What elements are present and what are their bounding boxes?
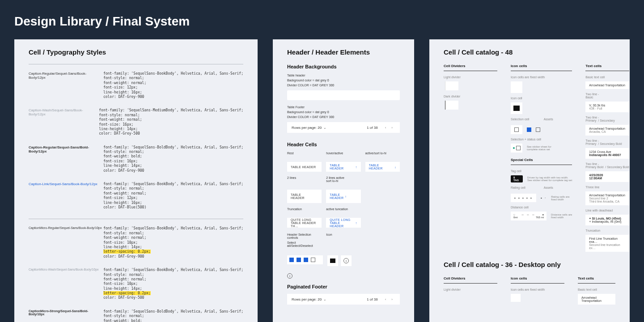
typo-row: Caption-Regular/Sequel-Sans/Bold-Body/12… <box>29 145 243 173</box>
col-label: active/sort lo-hi <box>365 152 400 155</box>
th-truncated-active[interactable]: QUITE LONG TABLE HEADER↑ <box>326 218 360 228</box>
col-title: Cell Dividers <box>444 276 497 280</box>
truncation-cells: QUITE LONG TABLE HEADER TH… QUITE LONG T… <box>287 218 400 228</box>
checkbox-off <box>536 127 540 132</box>
th-hover[interactable]: TABLE HEADER↑ <box>326 162 360 172</box>
selection-checkboxes <box>287 255 323 264</box>
page-info: 1 of 38 <box>367 126 377 130</box>
assets-lbl: Assets <box>544 118 572 121</box>
icon-cell-info: i <box>341 255 352 266</box>
status-note: See sticker sheet for complete status se… <box>527 145 551 151</box>
twoline-psb-cell: 1234 Cross AveIndianapolis IN 46007 <box>585 148 629 159</box>
typo-label: Caption-Regular/Sequel-Sans/Book-Body/12… <box>29 72 103 99</box>
checkbox-indeterminate[interactable] <box>297 258 301 262</box>
checkbox-on[interactable] <box>304 258 308 262</box>
distance-lbl: Distance cell <box>511 206 572 209</box>
board2-title: Header / Header Elements <box>287 48 400 56</box>
distance-cell-sample: ○─ ─ ─● 0mi765 mi <box>511 212 547 220</box>
header-cell-labels: Rest hover/active active/sort lo-hi <box>287 152 400 157</box>
rows-per-page[interactable]: Rows per page: 20 <box>292 297 322 301</box>
twoline-pbsb-cell: 4/23/202012:00AM <box>585 171 629 182</box>
typo-label: Caption-Regular/Sequel-Sans/Bold-Body/12… <box>29 145 103 173</box>
typo-label: Caption-Link/Sequel-Sans/Book-Body/12px <box>29 182 103 210</box>
status-dot-icon <box>513 147 515 149</box>
selection-cell-sample[interactable] <box>511 125 522 134</box>
three-line-cell: Arrowhead TransportationSecond line 2Thi… <box>585 191 629 205</box>
checkbox-icon <box>516 146 521 150</box>
chevron-down-icon[interactable]: ⌄ <box>323 297 326 301</box>
rating-note: Rating cells are fixed width <box>551 195 569 201</box>
board3-title: Cell / Cell catalog - 48 <box>444 48 615 56</box>
twoline-ps-lbl: Two line - Primary / Secondary <box>585 116 629 122</box>
tag-pill: $ TAG <box>511 175 523 182</box>
basic-text-lbl: Basic text cell <box>578 288 615 291</box>
truncation-labels: Truncation active tuncation <box>287 208 400 213</box>
icon-cell-dark <box>327 255 338 266</box>
twoline-psb-lbl: Two line - Primary / Secondary Bold <box>585 139 629 145</box>
typo-row: CaptionMicro-Wash/Sequel-Sans/Book-Body/… <box>29 268 243 301</box>
th-rest[interactable]: TABLE HEADER <box>287 162 322 172</box>
next-page-icon[interactable]: › <box>389 126 395 130</box>
twoline-basic-cell: V, 30.3k lbs43ft - Full <box>585 102 629 112</box>
rows-per-page[interactable]: Rows per page: 20 <box>292 126 322 130</box>
lbl: Truncation <box>287 208 322 211</box>
checkbox-all[interactable] <box>289 258 294 262</box>
truncation-cell: First Line Truncation exa…Second line tr… <box>585 235 629 252</box>
light-divider-lbl: Light divider <box>444 76 497 79</box>
table-footer-sample: Rows per page: 20 ⌄ 1 of 38 ‹ › <box>287 122 400 133</box>
divider <box>29 64 243 64</box>
dist-note: Distance cells are fixed width <box>551 213 572 219</box>
typo-code: font-family: 'SequelSans-MediumBody', He… <box>99 108 243 136</box>
chevron-down-icon[interactable]: ⌄ <box>323 126 326 130</box>
light-divider-lbl: Light divider <box>444 288 497 291</box>
icon-cell-blank <box>511 81 522 93</box>
icon-label: Icon <box>326 233 360 236</box>
typo-code: font-family: 'SequelSans-BookBody', Helv… <box>103 72 243 99</box>
lbl: active tuncation <box>326 208 360 211</box>
paginated-footer-title: Paginated Footer <box>287 284 400 289</box>
rating-asset: • · <box>541 196 547 200</box>
rating-cell-sample: • • • • • <box>511 194 536 202</box>
th-2line-active[interactable]: TABLE HEADER↑ <box>326 190 360 203</box>
sel-status-sample[interactable] <box>511 144 522 153</box>
col-title: Text cells <box>585 64 629 68</box>
typo-code: font-family: 'SequelSans-BookBody', Helv… <box>103 226 243 259</box>
header-cells-title: Header Cells <box>287 142 400 147</box>
basic-text-cell: Arrowhead Transportation <box>585 81 629 89</box>
page-title: Design Library / Final System <box>0 0 644 39</box>
col-label: Rest <box>287 152 322 155</box>
board-typography: Cell / Typography Styles Caption-Regular… <box>14 39 258 322</box>
icon-cell-sample <box>511 102 522 114</box>
th-truncated[interactable]: QUITE LONG TABLE HEADER TH… <box>287 218 322 228</box>
sel-status-lbl: Selection + status cell <box>511 138 572 141</box>
next-page-icon[interactable]: › <box>389 297 395 301</box>
col-title: Cell Dividers <box>444 64 497 68</box>
checkbox-off[interactable] <box>311 258 315 262</box>
prev-page-icon[interactable]: ‹ <box>382 297 389 301</box>
board1-title: Cell / Typography Styles <box>29 48 243 56</box>
prev-page-icon[interactable]: ‹ <box>382 126 389 130</box>
sel-title: Header Selection controls <box>287 233 322 239</box>
image-icon <box>513 106 520 111</box>
col-label: hover/active <box>326 152 360 155</box>
divider <box>29 219 243 219</box>
typo-row: CaptionMicro-Strong/Sequel-Sans/Bold-Bod… <box>29 309 243 322</box>
tag-cell-lbl: Tag cell <box>511 169 572 173</box>
sort-up-icon: ↑ <box>356 221 357 225</box>
col-title: Text cells <box>578 276 615 280</box>
sel-icon-row: i <box>287 255 400 266</box>
typo-row: CaptionMicro-Regular/Sequel-Sans/Book-Bo… <box>29 226 243 259</box>
th-active-sort[interactable]: TABLE HEADER↓ <box>365 162 400 172</box>
basic-text-lbl: Basic text cell <box>585 76 629 79</box>
twoline-ps-cell: Arrowhead TransportationArcadia, CA <box>585 125 629 136</box>
th-2line[interactable]: TABLE HEADER <box>287 190 322 203</box>
rating-lbl: Rating cell <box>511 186 539 189</box>
col-title: Icon cells <box>511 64 572 68</box>
note: Background color = dat grey 0 <box>287 110 400 114</box>
board-header-elements: Header / Header Elements Header Backgrou… <box>273 39 414 322</box>
special-cells-title: Special Cells <box>511 158 572 162</box>
sort-up-icon: ↑ <box>356 165 357 169</box>
lbl: 2 lines <box>287 176 322 179</box>
tag-note: Driven by tag width with two width. See … <box>527 176 572 182</box>
sort-up-icon: ↑ <box>345 195 347 198</box>
